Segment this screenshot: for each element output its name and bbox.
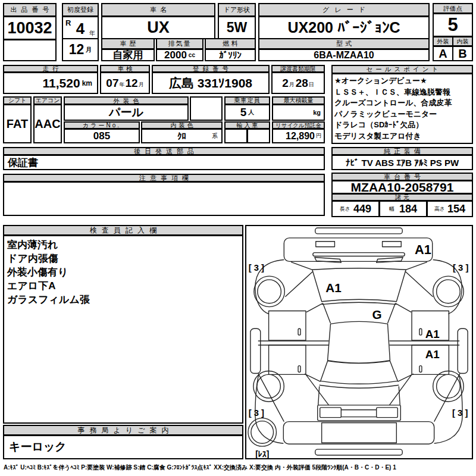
list-item: ＬＳＳ＋、ＩＣＳ、車線逸脱警報 (334, 87, 470, 98)
hatch-side-lines (318, 386, 400, 405)
mark-hood: A1 (325, 281, 342, 295)
fuel-header: 燃料 (205, 38, 256, 49)
score-value: 5 (433, 13, 473, 37)
height-cell: 高さ 154 (427, 201, 473, 217)
model-code-header: 型式 (258, 38, 430, 49)
payload-unit: kg (313, 109, 321, 116)
inspection-month: 12 (126, 77, 138, 90)
list-item: クルーズコントロール、合成皮革 (334, 98, 470, 109)
capacity-header: 乗車定員 (224, 96, 270, 105)
legend-footer: A:ｷｽﾞ U:ﾍｺﾐ B:ｷｽﾞを伴うﾍｺﾐ P:要塗装 W:補修跡 S:錆 … (4, 464, 475, 472)
wheel-rear-left-outer (253, 371, 284, 401)
door-front-left-shape (269, 311, 306, 340)
list-item: ガラスフィルム張 (7, 293, 239, 306)
mileage-unit: km (82, 79, 92, 87)
ship-later-header: 後日発送部品 (3, 147, 325, 155)
transfer-day-suffix: 日 (309, 81, 314, 89)
exterior-grade-header: 外装 (433, 36, 453, 46)
length-label: 長さ (340, 205, 350, 213)
headlight-left-shape (316, 242, 335, 247)
taillight-right-shape (377, 408, 398, 418)
import-cell-1 (224, 129, 248, 143)
list-item: エアロ下A (7, 279, 239, 293)
int-color-value: ｸﾛ 系 (141, 129, 223, 143)
rear-window-shape (321, 361, 398, 384)
sill-left-shape (250, 328, 261, 373)
recycle-value: 12,890 円 (272, 129, 325, 143)
recycle-unit: 円 (316, 132, 321, 140)
shift-header: シフト (3, 96, 32, 105)
interior-grade-value: B (452, 46, 473, 61)
reg-month-text: 12 (69, 42, 84, 58)
capacity-unit: 人 (248, 108, 254, 117)
shift-value: FAT (3, 104, 32, 143)
recycle-text: 12,890 (286, 131, 315, 142)
grade-value: UX200 ﾊﾞｰｼﾞｮﾝC (258, 16, 430, 39)
door-header: ドア形状 (218, 3, 256, 17)
int-color-suffix: 系 (212, 132, 218, 140)
sales-points-box: ★オークションデビュー★ＬＳＳ＋、ＩＣＳ、車線逸脱警報クルーズコントロール、合成… (331, 73, 473, 144)
c-pillar-lines (258, 373, 460, 421)
mileage-text: 11,520 (43, 76, 80, 90)
list-item: モデリスタ製エアロ付き (334, 131, 470, 142)
reg-no-text: 広島 331ｿ1908 (169, 75, 252, 92)
transfer-day: 28 (296, 77, 308, 90)
wheel-front-left-inner (258, 280, 281, 303)
office-box: キーロック (3, 435, 243, 459)
front-pillar-lines (285, 262, 433, 296)
rear-bumper-shape (315, 449, 402, 455)
mark-spare-tire: [ﾚｽ] (255, 449, 269, 458)
spare-tire-inner (251, 421, 274, 444)
reg-year-text: 4 (76, 20, 84, 38)
auction-no-header: 出品番号 (3, 3, 57, 17)
transfer-month: 2 (282, 77, 289, 90)
history-text: 自家用 (113, 48, 143, 62)
chassis-no-text: MZAA10-2058791 (351, 180, 454, 195)
transfer-deadline-value: 2 月 28 日 (271, 72, 325, 94)
year-suffix: 年 (89, 29, 95, 37)
auction-no-value: 10032 (3, 16, 57, 40)
handle-front-left (298, 328, 300, 335)
exterior-grade-value: A (433, 46, 453, 61)
month-suffix: 月 (86, 46, 92, 54)
auction-sheet: 出品番号 10032 初度登録 R 4 年 12 月 車名 UX ドア形状 5W… (0, 0, 476, 476)
inspector-box: 室内薄汚れドア内張傷外装小傷有りエアロ下Aガラスフィルム張 (3, 235, 243, 424)
roof-shape (328, 321, 390, 363)
cowl-shape (313, 253, 405, 256)
list-item: ドラレコ（SDｶｰﾄﾞ欠品） (334, 120, 470, 131)
wheel-front-left-outer (254, 276, 284, 306)
inspector-header: 検査員記入欄 (3, 225, 243, 236)
int-color-text: ｸﾛ (177, 131, 186, 141)
score-header: 評価点 (433, 3, 473, 14)
transfer-month-suffix: 月 (289, 81, 295, 89)
color-no-text: 085 (93, 130, 110, 142)
ext-color-value: パール (64, 104, 189, 121)
displacement-value: 2000 cc (156, 49, 203, 61)
ext-color-text: パール (109, 105, 143, 120)
list-item: 外装小傷有り (7, 265, 239, 279)
equipment-value: ﾅﾋﾞ TV ABS ｴｱB ｱﾙﾐ PS PW (331, 155, 473, 170)
rear-window-bottom-line (320, 385, 399, 388)
ext-color-empty-cell (190, 96, 223, 121)
sales-points-header: セールスポイント (331, 65, 473, 74)
score-text: 5 (447, 14, 458, 36)
era-text: R (65, 18, 71, 27)
car-diagram: A1 [ 3 ] [ 3 ] A1 G A1 A1 [ 3 ] [ 3 ] [ﾚ… (246, 226, 472, 458)
ship-later-value: 保証書 (3, 155, 325, 170)
mark-windshield: G (372, 308, 382, 321)
taillight-left-shape (320, 408, 342, 418)
history-value: 自家用 (101, 49, 155, 61)
wheel-rear-left-inner (257, 374, 281, 398)
office-header: 事務局よりご案内 (3, 425, 243, 436)
model-code-text: 6BA-MZAA10 (314, 50, 374, 61)
list-item: ドア内張傷 (7, 252, 239, 265)
exterior-grade-text: A (439, 47, 447, 61)
shift-text: FAT (7, 117, 28, 131)
first-reg-month-cell: 12 月 (62, 38, 99, 61)
payload-value: kg (272, 104, 325, 121)
aircon-value: AAC (33, 104, 62, 143)
height-label: 高さ (434, 205, 445, 213)
door-text: 5W (227, 20, 248, 36)
sill-right-shape (458, 328, 468, 373)
displacement-text: 2000 (164, 49, 187, 61)
